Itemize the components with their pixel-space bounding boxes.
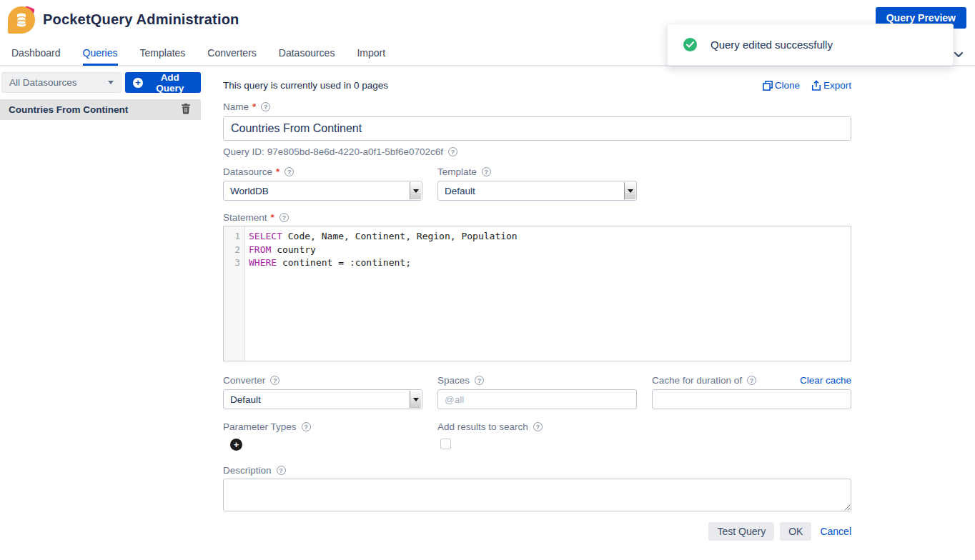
tab-datasources[interactable]: Datasources [279,40,335,66]
sql-line: FROM country [249,244,851,257]
converter-label: Converter [223,375,265,386]
cache-label: Cache for duration of [652,375,742,386]
toast-notification: Query edited successfully [667,24,954,66]
plus-circle-icon: + [133,78,142,88]
help-icon[interactable]: ? [533,422,543,431]
help-icon[interactable]: ? [448,147,457,156]
select-arrow-icon [410,182,421,199]
help-icon[interactable]: ? [279,213,289,222]
sidebar: All Datasources + Add Query Countries Fr… [0,66,201,120]
name-input[interactable] [223,116,851,141]
sidebar-controls: All Datasources + Add Query [0,72,201,93]
tab-queries[interactable]: Queries [83,40,118,66]
description-textarea[interactable] [223,479,851,511]
export-icon [811,80,821,91]
page-title: PocketQuery Administration [43,11,239,28]
spaces-input[interactable] [437,389,637,409]
success-check-icon [683,38,697,51]
help-icon[interactable]: ? [475,376,484,385]
help-icon[interactable]: ? [284,167,294,176]
database-icon [16,13,27,27]
chevron-down-icon[interactable] [954,48,964,61]
cache-duration-input[interactable] [652,389,851,409]
required-marker: * [276,166,279,177]
select-arrow-icon [410,391,421,408]
add-to-search-label: Add results to search [437,421,528,432]
tab-import[interactable]: Import [357,40,385,66]
help-icon[interactable]: ? [277,466,286,475]
pocketquery-logo-icon [7,6,36,34]
sql-line: SELECT Code, Name, Continent, Region, Po… [249,230,851,244]
help-icon[interactable]: ? [270,376,279,385]
sql-line: WHERE continent = :continent; [249,256,851,270]
add-parameter-button[interactable]: + [230,439,242,451]
spaces-label: Spaces [437,375,470,386]
query-id-label: Query ID: [223,146,264,157]
statement-label: Statement [223,212,267,223]
help-icon[interactable]: ? [747,376,756,385]
clone-link[interactable]: Clone [763,80,800,91]
help-icon[interactable]: ? [302,422,311,431]
export-label: Export [823,80,851,91]
line-number: 1 [224,230,240,244]
template-value: Default [445,186,475,196]
trash-icon[interactable] [181,103,191,117]
datasource-select[interactable]: WorldDB [223,181,422,201]
datasource-label: Datasource [223,166,272,177]
add-to-search-checkbox[interactable] [440,439,451,449]
toast-message: Query edited successfully [711,39,833,51]
logo-blob [8,6,35,34]
content: All Datasources + Add Query Countries Fr… [0,66,975,541]
converter-value: Default [230,394,261,405]
parameter-types-label: Parameter Types [223,421,297,432]
statement-editor[interactable]: 1 2 3 SELECT Code, Name, Continent, Regi… [223,226,851,361]
query-edit-form: This query is currently used in 0 pages … [223,66,851,541]
help-icon[interactable]: ? [482,167,491,176]
converter-select[interactable]: Default [223,389,422,409]
datasource-filter-value: All Datasources [9,77,77,88]
test-query-button[interactable]: Test Query [708,522,774,541]
cancel-link[interactable]: Cancel [820,526,851,537]
tab-converters[interactable]: Converters [207,40,256,66]
ok-button[interactable]: OK [780,522,811,541]
query-item-label: Countries From Continent [9,104,128,115]
description-label: Description [223,465,272,476]
export-link[interactable]: Export [811,80,851,91]
template-label: Template [437,166,477,177]
required-marker: * [271,212,274,223]
query-id-value: 97e805bd-8e6d-4220-a0f1-5bf6e0702c6f [267,146,443,157]
required-marker: * [252,101,256,112]
clone-label: Clone [775,80,800,91]
query-list-item[interactable]: Countries From Continent [0,99,201,120]
tab-dashboard[interactable]: Dashboard [11,40,61,66]
copy-icon [763,81,773,91]
sql-code-area[interactable]: SELECT Code, Name, Continent, Region, Po… [245,226,851,361]
help-icon[interactable]: ? [261,102,270,111]
line-number: 3 [224,256,240,270]
add-query-button[interactable]: + Add Query [125,72,201,93]
datasource-value: WorldDB [230,186,269,196]
name-label: Name [223,101,249,112]
line-number-gutter: 1 2 3 [224,226,245,361]
pocketquery-admin-page: PocketQuery Administration Query Preview… [0,0,975,560]
template-select[interactable]: Default [437,181,637,201]
datasource-filter-select[interactable]: All Datasources [1,72,122,93]
dropdown-arrow-icon [108,81,114,84]
select-arrow-icon [624,182,635,199]
add-query-label: Add Query [147,72,193,94]
usage-text: This query is currently used in 0 pages [223,80,388,91]
line-number: 2 [224,244,240,257]
clear-cache-link[interactable]: Clear cache [800,375,851,386]
tab-templates[interactable]: Templates [140,40,186,66]
